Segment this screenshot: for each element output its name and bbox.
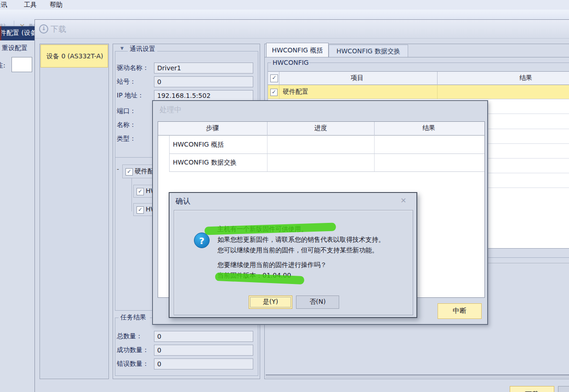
column-separator [279,72,279,85]
left-background-panel: 重设配置 注: [0,40,35,392]
checkbox-root[interactable]: ✓ [125,168,133,176]
doc-tab-label: 硬件配置 (设备 [0,29,34,37]
row-separator [169,171,484,172]
name-label: 名称： [117,121,136,129]
port-label: 端口： [117,107,136,115]
confirm-message-line: 如果您想更新固件，请联系您的销售代表以取得技术支持。 [217,235,385,244]
screen: 通讯 工具 帮助 粘贴 ✕ 删除 ↑ 上载 ↓ 下载 扫描 在线模式 重设配置 … [0,0,569,392]
col-item-header[interactable]: 项目 [351,74,364,82]
comm-group-title: 通讯设置 [128,45,157,53]
column-separator [279,85,279,99]
total-count-label: 总数量： [117,332,142,341]
station-label: 站号： [117,78,136,86]
hwconfig-table-header: ✓ 项目 结果 [268,72,569,85]
reset-config-button[interactable]: 重设配置 [2,44,28,52]
step-row-label: HWCONFIG 数据交换 [173,159,237,167]
download-dialog-icon: ↓ [39,24,48,34]
hwconfig-group-title: HWCONFIG [273,59,309,66]
step-row-label: HWCONFIG 概括 [173,141,224,149]
column-separator [437,85,438,99]
column-separator [267,122,267,136]
device-label: 设备 0 (AS332T-A) [46,52,103,61]
window-edge-strip [0,26,1,40]
row-item-label: 硬件配置 [283,88,308,96]
confirm-message-line: 您要继续使用当前的固件进行操作吗？ [217,261,327,269]
group-line [115,318,119,318]
tree-connector [131,178,132,211]
menu-communication[interactable]: 通讯 [0,1,7,9]
yes-button[interactable]: 是(Y) [249,295,292,309]
menu-tools[interactable]: 工具 [24,1,37,9]
success-count-label: 成功数量： [117,346,149,354]
hwconfig-row[interactable]: ✓ 硬件配置 [268,85,569,99]
tab-hwconfig-data-exchange[interactable]: HWCONFIG 数据交换 [329,45,408,57]
group-line [267,62,271,63]
column-separator [437,72,438,85]
processing-table-header: 步骤 进度 结果 [158,122,484,136]
tree-expander[interactable]: - [117,165,119,173]
doc-tab-hwconfig[interactable]: 硬件配置 (设备 [0,26,34,40]
station-input[interactable]: 0 [154,76,253,87]
download-dialog-title: 下载 [51,24,66,34]
error-count-label: 错误数量： [117,360,149,368]
checkbox-child-2[interactable]: ✓ [137,206,144,214]
col-progress-header[interactable]: 进度 [314,124,327,132]
device-list-panel: 设备 0 (AS332T-A) [40,44,109,379]
header-checkbox[interactable]: ✓ [270,74,278,82]
total-count-value: 0 [154,331,253,342]
task-result-title: 任务结果 [120,313,146,322]
tab-hwconfig-overview[interactable]: HWCONFIG 概括 [266,43,329,57]
success-count-value: 0 [154,345,253,356]
checkbox-child-1[interactable]: ✓ [137,188,144,195]
col-result-header[interactable]: 结果 [422,124,435,132]
confirm-dialog-title: 确认 [176,197,190,206]
close-icon[interactable]: × [400,196,406,205]
col-step-header[interactable]: 步骤 [206,124,219,132]
ip-label: IP 地址： [117,91,144,100]
confirm-dialog: 确认 × ? 主机有一个新版固件可供使用。 如果您想更新固件，请联系您的销售代表… [169,192,417,318]
download-dialog-titlebar[interactable]: ↓ 下载 [35,20,569,39]
error-count-value: 0 [154,358,253,369]
column-separator [374,122,375,136]
tab-underline [265,57,569,57]
panel-bottom-line [266,377,569,377]
processing-dialog-title: 处理中 [159,105,182,115]
menu-help[interactable]: 帮助 [50,1,63,9]
no-button[interactable]: 否(N) [296,295,339,309]
abort-button[interactable]: 中断 [438,303,482,319]
col-result-header[interactable]: 结果 [519,74,532,82]
type-label: 类型： [117,135,136,143]
collapse-arrow-icon[interactable]: ▼ [119,46,125,51]
row-separator [169,153,484,154]
ip-input[interactable]: 192.168.1.5:502 [154,90,253,101]
device-list-item[interactable]: 设备 0 (AS332T-A) [40,45,108,68]
note-input[interactable] [11,57,32,72]
dialog-secondary-button[interactable] [558,386,569,392]
driver-name-input[interactable]: Driver1 [154,62,253,74]
driver-name-label: 驱动名称： [117,64,149,72]
dialog-download-button[interactable]: 下载 [510,386,554,392]
note-label: 注: [0,62,6,70]
panel-bottom-line [266,375,569,375]
confirm-message-line: 您可以继续使用当前的固件，但可能不支持某些新功能。 [217,246,378,255]
menu-bar: 通讯 工具 帮助 [0,0,569,10]
row-checkbox[interactable]: ✓ [270,89,278,96]
group-line [309,62,569,63]
